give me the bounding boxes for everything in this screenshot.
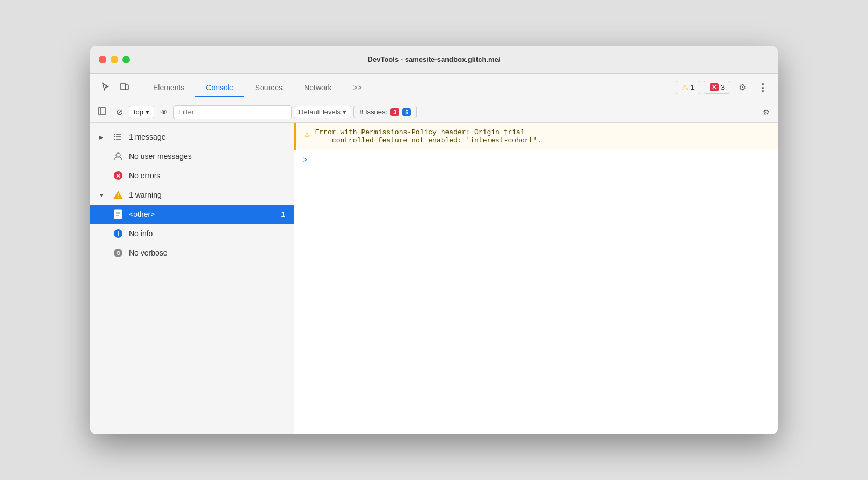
other-count: 1 (281, 210, 285, 219)
gear-icon: ⚙ (739, 82, 746, 92)
svg-point-9 (114, 139, 115, 140)
clear-console-button[interactable]: ⊘ (112, 105, 127, 120)
sidebar-item-verbose[interactable]: ⚙ No verbose (90, 243, 294, 263)
toolbar-right: ⚠ 1 ✕ 3 ⚙ ⋮ (676, 79, 771, 96)
settings-gear-icon: ⚙ (763, 108, 770, 117)
console-settings-button[interactable]: ⚙ (758, 105, 773, 120)
verbose-icon: ⚙ (113, 248, 124, 258)
eye-icon: 👁 (160, 108, 168, 117)
svg-rect-2 (98, 108, 106, 114)
warnings-button[interactable]: ⚠ 1 (676, 81, 700, 94)
error-icon: ✕ (113, 170, 124, 181)
svg-text:✕: ✕ (115, 172, 121, 180)
sidebar-item-errors[interactable]: ✕ No errors (90, 166, 294, 185)
sidebar-item-user-messages[interactable]: No user messages (90, 147, 294, 166)
warnings-label: 1 warning (129, 191, 285, 199)
verbose-label: No verbose (129, 249, 285, 257)
prompt-input-area[interactable] (310, 155, 769, 164)
sidebar-item-messages[interactable]: ▶ 1 message (90, 127, 294, 147)
warning-triangle-icon: ⚠ (682, 83, 689, 92)
prompt-arrow-icon: > (303, 155, 307, 164)
issues-chat-badge: 5 (402, 108, 411, 116)
inspect-element-button[interactable] (97, 79, 114, 96)
svg-text:!: ! (117, 193, 119, 199)
default-levels-dropdown[interactable]: Default levels ▾ (294, 106, 351, 118)
svg-text:i: i (117, 230, 119, 238)
more-options-button[interactable]: ⋮ (754, 79, 771, 96)
main-content: ▶ 1 message (90, 123, 778, 434)
user-messages-label: No user messages (129, 152, 285, 161)
sidebar-item-info[interactable]: i No info (90, 224, 294, 243)
tab-network[interactable]: Network (293, 79, 342, 96)
chevron-down-icon: ▾ (146, 108, 149, 116)
svg-text:⚙: ⚙ (116, 250, 121, 256)
settings-button[interactable]: ⚙ (734, 79, 751, 96)
kebab-icon: ⋮ (758, 82, 768, 93)
warning-icon: ! (113, 190, 124, 200)
context-dropdown[interactable]: top ▾ (129, 106, 154, 118)
errors-label: No errors (129, 171, 285, 180)
tab-sources[interactable]: Sources (244, 79, 293, 96)
tab-bar: Elements Console Sources Network >> (142, 79, 674, 96)
messages-label: 1 message (129, 133, 285, 141)
document-icon (113, 209, 124, 220)
console-warning-entry: ⚠ Error with Permissions-Policy header: … (294, 123, 778, 150)
device-icon (120, 82, 129, 93)
toolbar-divider (138, 81, 138, 94)
levels-chevron-icon: ▾ (343, 108, 346, 116)
console-output: ⚠ Error with Permissions-Policy header: … (294, 123, 778, 434)
console-prompt-line[interactable]: > (294, 150, 778, 169)
ban-icon: ⊘ (116, 107, 123, 117)
device-toolbar-button[interactable] (116, 79, 133, 96)
svg-rect-1 (125, 85, 128, 90)
user-icon (113, 151, 124, 162)
message-sidebar: ▶ 1 message (90, 123, 294, 434)
console-toolbar: ⊘ top ▾ 👁 Default levels ▾ 8 Issues: 3 5… (90, 101, 778, 123)
errors-button[interactable]: ✕ 3 (704, 81, 730, 94)
minimize-button[interactable] (111, 56, 118, 63)
tab-elements[interactable]: Elements (142, 79, 195, 96)
other-label: <other> (129, 210, 276, 219)
svg-point-8 (114, 136, 115, 137)
filter-input[interactable] (173, 105, 292, 119)
tab-console[interactable]: Console (195, 79, 244, 96)
svg-rect-14 (114, 210, 122, 219)
main-toolbar: Elements Console Sources Network >> ⚠ 1 … (90, 74, 778, 101)
titlebar: DevTools - samesite-sandbox.glitch.me/ (90, 46, 778, 74)
devtools-window: DevTools - samesite-sandbox.glitch.me/ E… (90, 46, 778, 434)
error-x-icon: ✕ (710, 83, 719, 91)
window-controls (99, 56, 130, 63)
info-icon: i (113, 228, 124, 239)
close-button[interactable] (99, 56, 106, 63)
warnings-expand-icon: ▼ (99, 192, 107, 198)
info-label: No info (129, 229, 285, 238)
svg-point-7 (114, 134, 115, 135)
sidebar-item-other[interactable]: <other> 1 (90, 205, 294, 224)
live-expressions-button[interactable]: 👁 (156, 105, 171, 120)
warning-triangle-icon: ⚠ (305, 129, 310, 140)
window-title: DevTools - samesite-sandbox.glitch.me/ (368, 55, 501, 63)
expand-icon: ▶ (99, 134, 107, 140)
sidebar-icon (98, 107, 106, 117)
svg-rect-0 (121, 83, 125, 90)
list-icon (113, 132, 124, 142)
issues-button[interactable]: 8 Issues: 3 5 (353, 106, 417, 118)
sidebar-item-warnings[interactable]: ▼ ! 1 warning (90, 185, 294, 205)
sidebar-toggle-button[interactable] (95, 105, 110, 120)
warning-text: Error with Permissions-Policy header: Or… (315, 128, 541, 144)
tab-more[interactable]: >> (342, 79, 372, 96)
issues-error-badge: 3 (390, 108, 399, 116)
cursor-icon (101, 82, 110, 93)
maximize-button[interactable] (122, 56, 130, 63)
